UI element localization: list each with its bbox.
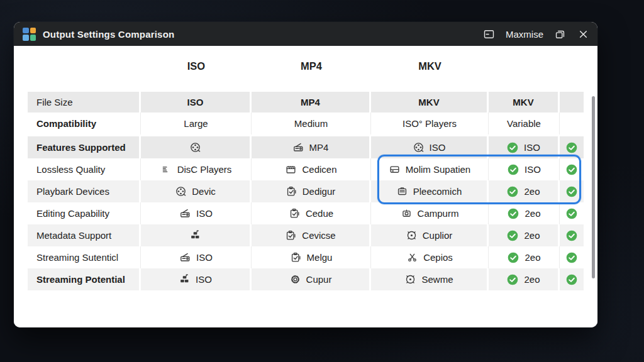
table-cell[interactable]: Large — [141, 112, 252, 134]
cell-text: Cepios — [423, 252, 453, 263]
close-icon[interactable] — [577, 28, 590, 41]
row-label: Editing Capability — [28, 202, 141, 224]
check-circle-icon — [506, 185, 519, 198]
table-cell[interactable]: Sewme — [371, 268, 489, 290]
table-cell[interactable]: Cedue — [252, 202, 371, 224]
cell-text: ISO — [524, 142, 540, 153]
table-cell[interactable]: ISO — [489, 136, 560, 158]
header-spacer — [28, 58, 141, 74]
table-cell[interactable]: MKV — [489, 92, 560, 112]
table-cell[interactable]: DisC Players — [141, 158, 252, 180]
table-cell[interactable]: ISO — [141, 92, 252, 112]
table-cell[interactable]: ISO — [141, 202, 252, 224]
table-cell[interactable]: Molim Supatien — [371, 158, 489, 180]
minimize-to-tray-icon[interactable] — [482, 28, 496, 41]
cell-text: MP4 — [309, 142, 329, 153]
table-row: Editing CapabilityISOCedueCampurm2eo — [28, 202, 584, 224]
check-circle-icon — [565, 163, 578, 176]
cell-text: ISO° Players — [402, 118, 457, 129]
table-cell[interactable] — [560, 92, 584, 112]
table-cell[interactable]: 2eo — [489, 180, 560, 202]
bricks-icon — [189, 229, 201, 241]
table-cell[interactable] — [560, 268, 584, 290]
table-cell[interactable]: MP4 — [252, 136, 371, 158]
table-cell[interactable]: 2eo — [489, 268, 560, 290]
cell-text: Variable — [507, 118, 541, 129]
table-cell[interactable] — [141, 224, 252, 246]
cell-text: Cupur — [306, 274, 332, 285]
format-header-row: ISO MP4 MKV — [28, 58, 584, 74]
table-cell[interactable] — [560, 158, 584, 180]
table-row: Features SupportedMP4ISOISO — [28, 136, 584, 158]
vertical-scrollbar[interactable] — [592, 96, 595, 278]
cell-text: Molim Supatien — [406, 164, 470, 175]
table-row: Playbark DevicesDevicDedigurPleecomich2e… — [28, 180, 584, 202]
cell-text: Dedigur — [303, 186, 336, 197]
check-circle-icon — [565, 229, 578, 242]
table-cell[interactable]: ISO — [371, 136, 489, 158]
disk-drive-icon — [389, 163, 401, 175]
table-cell[interactable] — [560, 246, 584, 268]
table-row: Streaming PotentialISOCupurSewme2eo — [28, 268, 584, 290]
cell-text: Large — [184, 118, 208, 129]
table-cell[interactable]: Campurm — [371, 202, 489, 224]
cell-text: MKV — [418, 97, 439, 107]
cell-text: ISO — [196, 252, 213, 263]
cell-text: ISO — [196, 208, 213, 219]
film-reel-icon — [175, 185, 187, 197]
radio-small-icon — [401, 207, 413, 219]
table-cell[interactable] — [141, 136, 252, 158]
check-circle-icon — [506, 229, 519, 242]
table-cell[interactable] — [560, 136, 584, 158]
check-circle-icon — [507, 163, 519, 176]
cell-text: Cuplior — [423, 230, 453, 241]
table-cell[interactable]: Devic — [141, 180, 252, 202]
table-cell[interactable]: ISO — [141, 268, 252, 290]
cell-text: MP4 — [301, 97, 320, 107]
table-row: File SizeISOMP4MKVMKV — [28, 92, 584, 112]
target-icon — [406, 229, 418, 241]
table-cell[interactable] — [560, 112, 584, 134]
table-cell[interactable]: MP4 — [252, 92, 371, 112]
maximize-button[interactable]: Maxmise — [506, 29, 543, 40]
table-cell[interactable]: Cedicen — [252, 158, 371, 180]
table-cell[interactable]: Cevicse — [252, 224, 371, 246]
table-cell[interactable]: Cepios — [371, 246, 489, 268]
table-cell[interactable]: Cuplior — [371, 224, 489, 246]
table-cell[interactable] — [560, 202, 584, 224]
window-title: Output Settings Comparison — [43, 29, 174, 40]
cell-text: Cedicen — [302, 164, 336, 175]
clipboard-check-icon — [289, 207, 301, 219]
target-icon — [404, 273, 416, 285]
table-cell[interactable]: Pleecomich — [371, 180, 489, 202]
table-cell[interactable]: Variable — [489, 112, 560, 134]
table-cell[interactable]: Melgu — [252, 246, 371, 268]
table-cell[interactable]: MKV — [371, 92, 489, 112]
cell-text: ISO — [525, 164, 541, 175]
table-cell[interactable]: ISO — [141, 246, 252, 268]
cell-text: Cedue — [306, 208, 333, 219]
table-cell[interactable]: ISO — [489, 158, 560, 180]
cell-text: 2eo — [525, 252, 540, 263]
check-circle-icon — [506, 141, 519, 154]
cell-text: Melgu — [307, 252, 333, 263]
table-cell[interactable]: Dedigur — [252, 180, 371, 202]
table-cell[interactable]: Cupur — [252, 268, 371, 290]
table-row: Metadata SupportCevicseCuplior2eo — [28, 224, 584, 246]
cell-text: DisC Players — [177, 164, 232, 175]
row-label: Metadata Support — [28, 224, 141, 246]
table-cell[interactable] — [560, 224, 584, 246]
equalizer-icon — [160, 163, 172, 175]
table-cell[interactable] — [560, 180, 584, 202]
table-cell[interactable]: 2eo — [489, 224, 560, 246]
table-cell[interactable]: 2eo — [489, 202, 560, 224]
table-cell[interactable]: 2eo — [489, 246, 560, 268]
table-cell[interactable]: Medium — [252, 112, 371, 134]
check-circle-icon — [565, 185, 578, 198]
cell-text: ISO — [430, 142, 446, 153]
header-mp4: MP4 — [252, 58, 371, 74]
film-reel-icon — [413, 141, 425, 153]
restore-window-icon[interactable] — [553, 28, 567, 41]
table-row: Streaming SutenticlISOMelguCepios2eo — [28, 246, 584, 268]
table-cell[interactable]: ISO° Players — [371, 112, 489, 134]
